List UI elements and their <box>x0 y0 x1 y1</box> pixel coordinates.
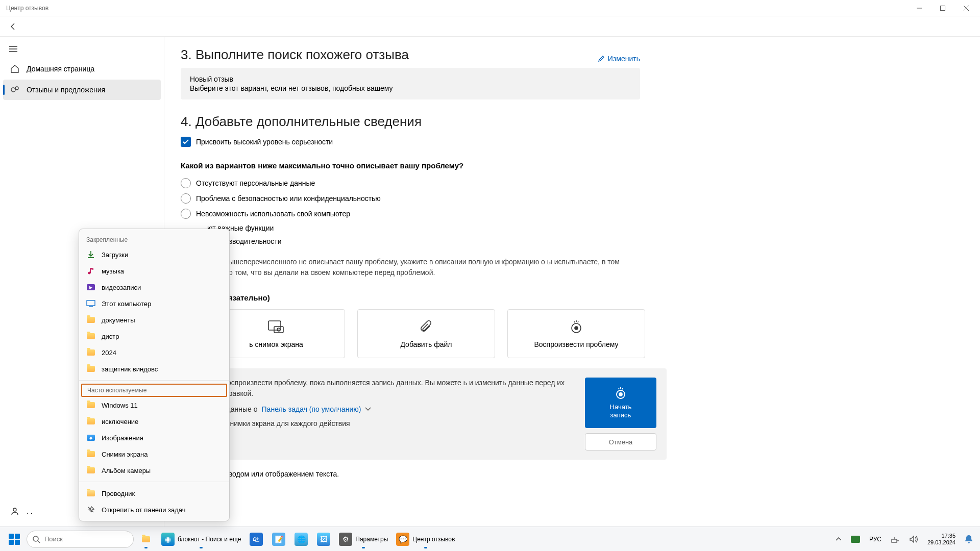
bell-icon <box>965 535 973 544</box>
jumplist-explorer[interactable]: Проводник <box>79 485 229 502</box>
jl-item-label: 2024 <box>102 349 116 357</box>
jumplist-pinned-item[interactable]: дистр <box>79 328 229 344</box>
nav-home[interactable]: Домашняя страница <box>3 59 161 79</box>
tile-addfile[interactable]: Добавить файл <box>357 309 495 358</box>
nav-feedback-label: Отзывы и предложения <box>27 86 105 94</box>
svg-rect-24 <box>892 539 897 542</box>
jumplist-pinned-item[interactable]: музыка <box>79 263 229 279</box>
severity-label: Присвоить высокий уровень серьезности <box>196 138 333 146</box>
jl-item-label: Этот компьютер <box>102 300 151 308</box>
tile-reproduce[interactable]: Воспроизвести проблему <box>507 309 645 358</box>
nav-feedback[interactable]: Отзывы и предложения <box>3 80 161 100</box>
jumplist-frequent-item[interactable]: исключение <box>79 413 229 430</box>
jumplist-pinned-item[interactable]: Загрузки <box>79 246 229 263</box>
jumplist-frequent-item[interactable]: Альбом камеры <box>79 462 229 479</box>
start-button[interactable] <box>4 529 24 549</box>
folder-icon <box>86 332 95 341</box>
jumplist-frequent-item[interactable]: Windows 11 <box>79 397 229 413</box>
gear-icon: ⚙ <box>339 533 352 546</box>
pencil-icon <box>598 55 605 62</box>
jumplist-unpin[interactable]: Открепить от панели задач <box>79 502 229 518</box>
jumplist-pinned-header: Закрепленные <box>79 232 229 246</box>
tray-chevron[interactable] <box>832 529 845 549</box>
tray-network[interactable] <box>888 529 903 549</box>
svg-point-17 <box>619 393 622 396</box>
tray-volume[interactable] <box>906 529 921 549</box>
tray-app-icon[interactable] <box>848 529 863 549</box>
hamburger-button[interactable] <box>3 40 23 58</box>
edge-icon: ◉ <box>161 533 175 546</box>
cancel-label: Отмена <box>609 438 633 446</box>
taskbar-photos[interactable]: 🖼 <box>313 529 334 549</box>
radio-option-0[interactable]: Отсутствуют персональные данные <box>181 178 960 188</box>
date-label: 29.03.2024 <box>927 539 955 545</box>
main-content: 3. Выполните поиск похожего отзыва Измен… <box>164 37 980 547</box>
jumplist-frequent-item[interactable]: ◆Изображения <box>79 430 229 446</box>
jumplist-pinned-item[interactable]: ▶видеозаписи <box>79 279 229 295</box>
nav-home-label: Домашняя страница <box>27 65 94 73</box>
jl-item-label: защитник виндовс <box>102 365 158 373</box>
download-icon <box>86 250 95 259</box>
new-feedback-card[interactable]: Новый отзыв Выберите этот вариант, если … <box>181 68 640 99</box>
radio-option-1[interactable]: Проблема с безопасностью или конфиденциа… <box>181 193 960 204</box>
edit-link[interactable]: Изменить <box>598 55 640 63</box>
taskbar-notepad[interactable]: 📝 <box>268 529 289 549</box>
card-title: Новый отзыв <box>190 75 631 83</box>
taskbar-store[interactable]: 🛍 <box>246 529 266 549</box>
folder-icon <box>86 466 95 475</box>
radio-option-4[interactable]: е производительности <box>181 237 960 245</box>
radio-option-2[interactable]: Невозможность использовать свой компьюте… <box>181 209 960 219</box>
maximize-button[interactable] <box>931 0 954 16</box>
step4-heading: 4. Добавьте дополнительные сведения <box>181 114 960 130</box>
jl-item-label: исключение <box>102 418 138 425</box>
help-text: го из вышеперечисленного не описывает ва… <box>181 257 625 278</box>
unpin-icon <box>86 505 95 514</box>
jumplist-pinned-item[interactable]: защитник виндовс <box>79 361 229 377</box>
close-button[interactable] <box>954 0 978 16</box>
folder-icon <box>86 364 95 373</box>
notepad-icon: 📝 <box>272 533 285 546</box>
taskbar-browser2[interactable]: 🌐 <box>291 529 311 549</box>
taskbar-feedbackhub[interactable]: 💬 Центр отзывов <box>393 529 458 549</box>
jl-item-label: Снимки экрана <box>102 450 148 458</box>
jumplist-frequent-item[interactable]: Снимки экрана <box>79 446 229 462</box>
svg-point-22 <box>33 536 38 541</box>
taskbar: ◉ блокнот - Поиск и еще 🛍 📝 🌐 🖼 ⚙ Параме… <box>0 527 980 551</box>
tray-language[interactable]: РУС <box>866 529 885 549</box>
checkbox-checked-icon <box>181 137 191 147</box>
taskbar-settings[interactable]: ⚙ Параметры <box>336 529 391 549</box>
pictures-icon: ◆ <box>86 433 95 442</box>
tray-datetime[interactable]: 17:35 29.03.2024 <box>924 529 959 549</box>
minimize-button[interactable] <box>908 0 931 16</box>
explorer-jumplist: Закрепленные Загрузкимузыка▶видеозаписиЭ… <box>79 229 230 521</box>
svg-rect-20 <box>87 300 95 306</box>
jumplist-pinned-item[interactable]: 2024 <box>79 344 229 361</box>
tray-notifications[interactable] <box>962 529 976 549</box>
search-input[interactable] <box>44 535 130 543</box>
taskbar-explorer[interactable] <box>136 529 156 549</box>
pc-icon <box>86 299 95 308</box>
jumplist-pinned-item[interactable]: Этот компьютер <box>79 295 229 312</box>
data-category-dropdown[interactable]: Панель задач (по умолчанию) <box>262 405 361 413</box>
windows-icon <box>9 534 20 545</box>
start-label-2: запись <box>610 411 632 419</box>
jumplist-pinned-item[interactable]: документы <box>79 312 229 328</box>
back-button[interactable] <box>6 19 20 34</box>
window-title: Центр отзывов <box>6 5 48 12</box>
svg-line-23 <box>38 541 40 543</box>
svg-point-7 <box>11 88 15 92</box>
svg-point-8 <box>15 87 18 90</box>
window-controls <box>908 0 978 16</box>
jumplist-frequent-header: Часто используемые <box>81 384 227 397</box>
radio-option-3[interactable]: ют важные функции <box>181 224 960 232</box>
taskbar-edge[interactable]: ◉ блокнот - Поиск и еще <box>158 529 244 549</box>
home-icon <box>10 64 19 73</box>
stopwatch-icon <box>614 387 627 400</box>
severity-checkbox-row[interactable]: Присвоить высокий уровень серьезности <box>181 137 960 147</box>
taskbar-search[interactable] <box>27 531 134 548</box>
start-record-button[interactable]: Начать запись <box>585 378 656 428</box>
cancel-button[interactable]: Отмена <box>585 433 656 450</box>
svg-point-13 <box>277 328 280 331</box>
radio-label: Проблема с безопасностью или конфиденциа… <box>196 194 381 203</box>
taskbar-settings-label: Параметры <box>355 536 388 543</box>
